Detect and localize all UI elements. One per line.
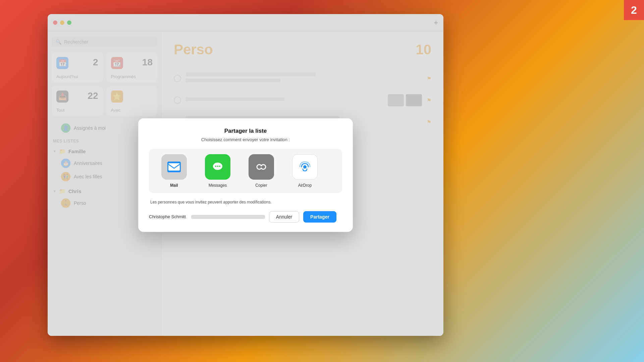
dialog-title: Partager la liste <box>149 128 342 134</box>
mail-label: Mail <box>170 183 178 188</box>
airdrop-label: AirDrop <box>298 183 312 188</box>
airdrop-share-icon <box>292 154 318 180</box>
dialog-info-text: Les personnes que vous invitez peuvent a… <box>149 200 342 204</box>
share-options-container: Mail Messages <box>149 149 342 193</box>
share-option-mail[interactable]: Mail <box>156 154 193 188</box>
dialog-footer: Christophe Schmitt Annuler Partager <box>149 211 342 223</box>
share-option-airdrop[interactable]: AirDrop <box>286 154 323 188</box>
modal-backdrop: Partager la liste Choisissez comment env… <box>48 14 443 336</box>
dialog-subtitle: Choisissez comment envoyer votre invitat… <box>149 137 342 142</box>
svg-point-6 <box>217 166 218 167</box>
copy-share-icon <box>249 154 274 180</box>
cancel-button[interactable]: Annuler <box>269 211 299 223</box>
svg-point-13 <box>303 165 307 169</box>
copier-label: Copier <box>255 183 267 188</box>
svg-rect-1 <box>168 163 180 171</box>
messages-share-icon <box>205 154 230 180</box>
svg-point-5 <box>215 166 216 167</box>
notification-badge: 2 <box>624 0 644 20</box>
svg-point-7 <box>219 166 220 167</box>
mail-share-icon <box>161 154 187 180</box>
share-option-copier[interactable]: Copier <box>243 154 280 188</box>
app-window: + 🔍 📅 2 Aujourd'hui <box>48 14 443 336</box>
dialog-user-name: Christophe Schmitt <box>149 214 186 219</box>
share-option-messages[interactable]: Messages <box>199 154 236 188</box>
messages-label: Messages <box>209 183 227 188</box>
dialog-user-email <box>191 215 265 219</box>
share-confirm-button[interactable]: Partager <box>303 211 336 223</box>
share-dialog: Partager la liste Choisissez comment env… <box>138 118 353 232</box>
